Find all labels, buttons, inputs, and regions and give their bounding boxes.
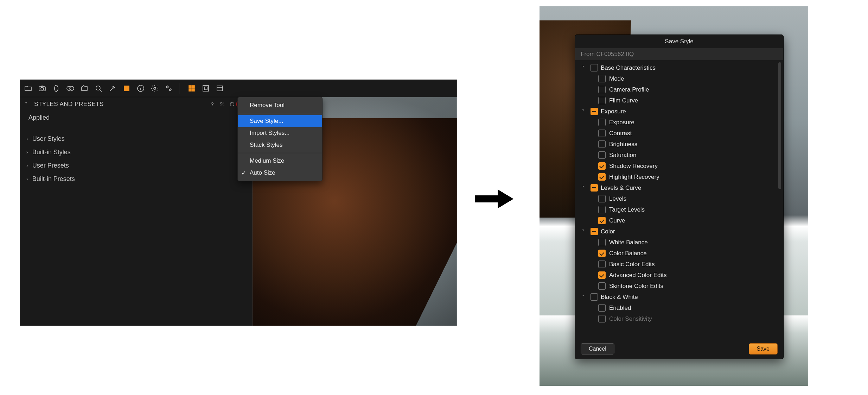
child-row[interactable]: Shadow Recovery bbox=[578, 161, 780, 171]
group-label: Black & White bbox=[601, 294, 638, 301]
child-row[interactable]: Basic Color Edits bbox=[578, 259, 780, 270]
svg-point-9 bbox=[167, 86, 168, 88]
checkbox[interactable] bbox=[598, 206, 606, 213]
checkbox[interactable] bbox=[598, 173, 606, 181]
export-icon[interactable] bbox=[79, 83, 90, 94]
group-row[interactable]: ˅Color bbox=[578, 226, 780, 237]
menu-separator bbox=[238, 153, 322, 153]
menu-item-label: Import Styles... bbox=[250, 130, 289, 137]
checkbox[interactable] bbox=[598, 250, 606, 257]
menu-item[interactable]: ✓Auto Size bbox=[238, 167, 322, 179]
child-row[interactable]: Curve bbox=[578, 215, 780, 226]
styles-row-label: Built-in Presets bbox=[32, 175, 75, 183]
reset-icon[interactable] bbox=[229, 101, 235, 107]
styles-header[interactable]: ˅ STYLES AND PRESETS ? ••• bbox=[20, 97, 252, 111]
group-row[interactable]: ˅Black & White bbox=[578, 291, 780, 302]
styles-row-label: User Presets bbox=[32, 162, 69, 169]
checkbox[interactable] bbox=[598, 97, 606, 104]
checkbox[interactable] bbox=[598, 271, 606, 279]
child-row[interactable]: Color Sensitivity bbox=[578, 313, 780, 324]
child-row[interactable]: Target Levels bbox=[578, 204, 780, 215]
save-button[interactable]: Save bbox=[749, 343, 778, 355]
menu-item[interactable]: Save Style... bbox=[238, 115, 322, 127]
eyedropper-icon[interactable] bbox=[107, 83, 118, 94]
checkbox[interactable] bbox=[598, 315, 606, 322]
crop-icon[interactable] bbox=[200, 83, 211, 94]
window-icon[interactable] bbox=[215, 83, 225, 94]
child-label: Curve bbox=[609, 217, 625, 224]
checkbox[interactable] bbox=[598, 151, 606, 159]
svg-rect-17 bbox=[217, 86, 223, 91]
checkbox[interactable] bbox=[591, 64, 598, 71]
checkbox[interactable] bbox=[598, 239, 606, 246]
checkbox[interactable] bbox=[598, 195, 606, 202]
child-row[interactable]: Enabled bbox=[578, 302, 780, 313]
expand-icon[interactable] bbox=[219, 101, 225, 107]
color-wheel-icon[interactable] bbox=[65, 83, 76, 94]
checkbox[interactable] bbox=[598, 304, 606, 312]
styles-row[interactable]: ›Built-in Styles bbox=[20, 145, 252, 159]
checkbox[interactable] bbox=[598, 75, 606, 82]
checkbox[interactable] bbox=[591, 184, 598, 192]
child-row[interactable]: Mode bbox=[578, 73, 780, 84]
child-label: Color Balance bbox=[609, 250, 647, 257]
child-row[interactable]: Highlight Recovery bbox=[578, 171, 780, 182]
styles-row[interactable]: ›User Presets bbox=[20, 159, 252, 172]
svg-rect-12 bbox=[192, 86, 194, 88]
child-row[interactable]: Contrast bbox=[578, 128, 780, 139]
lens-icon[interactable] bbox=[51, 83, 62, 94]
styles-panel: ˅ STYLES AND PRESETS ? ••• Applied ›User… bbox=[20, 80, 457, 326]
gears-icon[interactable] bbox=[164, 83, 174, 94]
menu-item[interactable]: Medium Size bbox=[238, 155, 322, 167]
grid-view-icon[interactable] bbox=[186, 83, 197, 94]
checkbox[interactable] bbox=[591, 108, 598, 115]
checkbox[interactable] bbox=[598, 261, 606, 268]
child-row[interactable]: Brightness bbox=[578, 139, 780, 150]
checkbox[interactable] bbox=[591, 228, 598, 235]
menu-item-label: Remove Tool bbox=[250, 102, 285, 109]
checkbox[interactable] bbox=[598, 86, 606, 93]
gear-icon[interactable] bbox=[149, 83, 160, 94]
group-row[interactable]: ˅Exposure bbox=[578, 106, 780, 117]
help-icon[interactable]: ? bbox=[209, 101, 216, 107]
child-row[interactable]: Saturation bbox=[578, 150, 780, 161]
camera-icon[interactable] bbox=[37, 83, 47, 94]
svg-rect-16 bbox=[204, 87, 207, 90]
group-row[interactable]: ˅Base Characteristics bbox=[578, 62, 780, 73]
checkbox[interactable] bbox=[598, 140, 606, 148]
child-label: Basic Color Edits bbox=[609, 261, 655, 268]
child-row[interactable]: Film Curve bbox=[578, 95, 780, 106]
child-row[interactable]: White Balance bbox=[578, 237, 780, 248]
chevron-right-icon: › bbox=[26, 176, 28, 182]
child-row[interactable]: Skintone Color Edits bbox=[578, 281, 780, 291]
cancel-button[interactable]: Cancel bbox=[581, 343, 614, 355]
checkbox[interactable] bbox=[598, 162, 606, 170]
menu-item[interactable]: Import Styles... bbox=[238, 127, 322, 139]
chevron-down-icon: ˅ bbox=[582, 185, 588, 190]
menu-item[interactable]: Remove Tool bbox=[238, 99, 322, 111]
annotate-icon[interactable] bbox=[121, 83, 132, 94]
checkbox[interactable] bbox=[598, 130, 606, 137]
child-row[interactable]: Advanced Color Edits bbox=[578, 270, 780, 281]
checkbox[interactable] bbox=[591, 293, 598, 301]
dialog-scrollbar[interactable] bbox=[778, 62, 781, 189]
menu-item[interactable]: Stack Styles bbox=[238, 139, 322, 151]
checkbox[interactable] bbox=[598, 119, 606, 126]
info-icon[interactable] bbox=[135, 83, 146, 94]
chevron-right-icon: › bbox=[26, 136, 28, 142]
child-row[interactable]: Color Balance bbox=[578, 248, 780, 259]
loupe-icon[interactable] bbox=[93, 83, 104, 94]
checkbox[interactable] bbox=[598, 217, 606, 224]
child-label: Mode bbox=[609, 75, 624, 82]
styles-row[interactable]: ›User Styles bbox=[20, 132, 252, 145]
child-label: Highlight Recovery bbox=[609, 174, 659, 181]
checkbox[interactable] bbox=[598, 282, 606, 290]
svg-rect-11 bbox=[189, 86, 191, 88]
child-row[interactable]: Levels bbox=[578, 193, 780, 204]
child-row[interactable]: Camera Profile bbox=[578, 84, 780, 95]
child-row[interactable]: Exposure bbox=[578, 117, 780, 128]
group-row[interactable]: ˅Levels & Curve bbox=[578, 182, 780, 193]
check-icon: ✓ bbox=[241, 169, 246, 177]
styles-row[interactable]: ›Built-in Presets bbox=[20, 172, 252, 186]
folder-icon[interactable] bbox=[23, 83, 33, 94]
